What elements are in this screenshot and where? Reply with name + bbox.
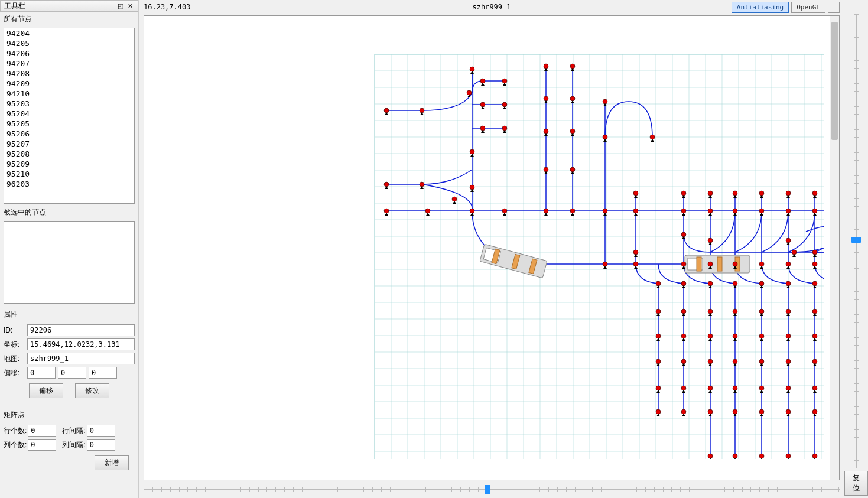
graph-node[interactable] (656, 386, 661, 390)
graph-node[interactable] (603, 262, 607, 266)
col-count-input[interactable] (28, 439, 56, 451)
graph-node[interactable] (384, 182, 389, 187)
graph-node[interactable] (502, 126, 507, 131)
node-list-item[interactable]: 95205 (4, 119, 134, 129)
graph-node[interactable] (681, 262, 686, 266)
graph-node[interactable] (470, 67, 474, 71)
vehicle-icon[interactable] (685, 255, 750, 273)
graph-node[interactable] (420, 108, 424, 113)
graph-node[interactable] (603, 135, 607, 139)
graph-node[interactable] (733, 359, 737, 364)
graph-node[interactable] (544, 129, 548, 134)
graph-node[interactable] (786, 281, 791, 286)
graph-node[interactable] (812, 209, 817, 213)
graph-node[interactable] (812, 409, 817, 414)
graph-node[interactable] (786, 238, 791, 243)
graph-node[interactable] (656, 334, 661, 338)
node-list-item[interactable]: 94209 (4, 79, 134, 89)
vertical-slider-thumb[interactable] (851, 237, 861, 243)
node-list-item[interactable]: 94208 (4, 69, 134, 79)
node-list-item[interactable]: 96203 (4, 179, 134, 189)
graph-node[interactable] (786, 191, 791, 196)
graph-node[interactable] (656, 309, 661, 314)
graph-node[interactable] (656, 281, 661, 286)
graph-node[interactable] (708, 334, 713, 338)
node-list-item[interactable]: 95209 (4, 159, 134, 169)
graph-node[interactable] (708, 454, 713, 458)
graph-node[interactable] (502, 79, 507, 83)
graph-node[interactable] (708, 191, 713, 196)
map-input[interactable] (27, 353, 135, 364)
graph-node[interactable] (812, 250, 817, 255)
opengl-button[interactable]: OpenGL (791, 2, 825, 13)
graph-node[interactable] (792, 250, 797, 255)
canvas-viewport[interactable] (144, 15, 840, 480)
graph-node[interactable] (786, 409, 791, 414)
graph-node[interactable] (420, 182, 424, 187)
graph-node[interactable] (603, 99, 607, 104)
graph-node[interactable] (733, 386, 737, 390)
graph-node[interactable] (502, 102, 507, 107)
antialiasing-button[interactable]: Antialiasing (732, 2, 789, 13)
graph-node[interactable] (480, 79, 485, 83)
node-list-item[interactable]: 94210 (4, 89, 134, 99)
graph-node[interactable] (633, 209, 638, 213)
col-gap-input[interactable] (87, 439, 115, 451)
graph-node[interactable] (544, 64, 548, 69)
graph-node[interactable] (480, 126, 485, 131)
graph-node[interactable] (470, 149, 474, 154)
graph-canvas[interactable] (144, 16, 824, 459)
vertical-scroll-thumb[interactable] (831, 22, 838, 140)
node-list-item[interactable]: 94205 (4, 38, 134, 48)
graph-node[interactable] (603, 209, 607, 213)
reset-button[interactable]: 复位 (844, 471, 868, 496)
graph-node[interactable] (812, 281, 817, 286)
graph-node[interactable] (786, 262, 791, 266)
close-icon[interactable]: ✕ (126, 2, 134, 9)
graph-node[interactable] (681, 281, 686, 286)
graph-node[interactable] (786, 359, 791, 364)
graph-node[interactable] (544, 167, 548, 172)
vehicle-icon[interactable] (480, 244, 547, 278)
node-list-item[interactable]: 94204 (4, 28, 134, 38)
graph-node[interactable] (708, 386, 713, 390)
graph-node[interactable] (681, 386, 686, 390)
extra-button[interactable] (828, 2, 840, 13)
row-gap-input[interactable] (87, 425, 115, 437)
graph-node[interactable] (708, 262, 713, 266)
graph-node[interactable] (470, 185, 474, 190)
node-list-item[interactable]: 95203 (4, 99, 134, 109)
graph-node[interactable] (759, 309, 764, 314)
node-list-item[interactable]: 95207 (4, 139, 134, 149)
graph-node[interactable] (708, 409, 713, 414)
graph-node[interactable] (812, 262, 817, 266)
graph-node[interactable] (633, 250, 638, 255)
graph-node[interactable] (786, 334, 791, 338)
graph-node[interactable] (681, 334, 686, 338)
node-list-item[interactable]: 94207 (4, 58, 134, 69)
graph-node[interactable] (759, 334, 764, 338)
graph-node[interactable] (786, 386, 791, 390)
graph-node[interactable] (452, 197, 457, 201)
offset-x-input[interactable] (27, 367, 56, 379)
graph-node[interactable] (708, 359, 713, 364)
graph-node[interactable] (733, 281, 737, 286)
graph-node[interactable] (812, 359, 817, 364)
graph-node[interactable] (812, 454, 817, 458)
graph-node[interactable] (759, 209, 764, 213)
graph-node[interactable] (733, 191, 737, 196)
graph-node[interactable] (681, 209, 686, 213)
graph-node[interactable] (633, 191, 638, 196)
graph-node[interactable] (759, 262, 764, 266)
graph-node[interactable] (425, 209, 430, 213)
graph-node[interactable] (708, 309, 713, 314)
horizontal-slider[interactable] (144, 484, 840, 496)
node-list-item[interactable]: 94206 (4, 48, 134, 58)
graph-node[interactable] (733, 409, 737, 414)
graph-node[interactable] (570, 129, 575, 134)
id-input[interactable] (27, 324, 135, 336)
graph-node[interactable] (759, 191, 764, 196)
graph-node[interactable] (733, 262, 737, 266)
graph-node[interactable] (570, 209, 575, 213)
graph-node[interactable] (759, 359, 764, 364)
